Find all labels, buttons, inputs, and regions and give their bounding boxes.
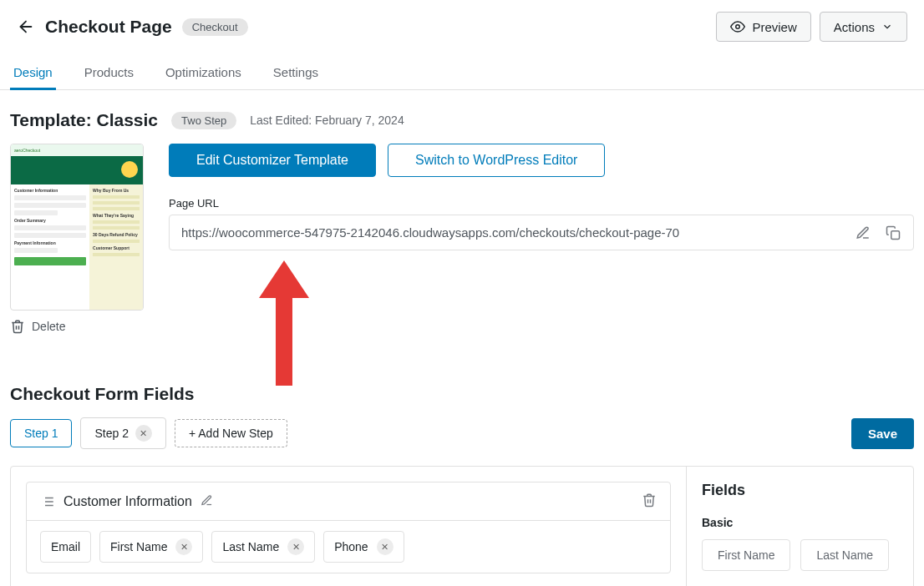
list-icon [40,494,55,509]
delete-label: Delete [32,320,65,333]
copy-url-button[interactable] [878,218,908,248]
form-fields-title: Checkout Form Fields [10,384,914,404]
available-field-firstname[interactable]: First Name [702,539,790,571]
save-button[interactable]: Save [851,418,914,449]
page-url-label: Page URL [169,197,914,210]
page-title: Checkout Page [45,17,172,37]
remove-chip-button[interactable]: ✕ [287,538,304,555]
actions-label: Actions [834,20,875,34]
svg-rect-2 [891,230,900,239]
preview-label: Preview [752,20,796,34]
chip-label: Phone [334,540,368,553]
field-chip-email[interactable]: Email [40,531,91,563]
pencil-icon [201,494,213,507]
field-chip-lastname[interactable]: Last Name ✕ [211,531,315,563]
template-title: Template: Classic [10,110,158,130]
tab-optimizations[interactable]: Optimizations [162,57,245,90]
step-label: Step 2 [94,427,128,440]
customer-information-block: Customer Information Email First Name ✕ [26,482,671,573]
edit-block-button[interactable] [201,494,213,509]
remove-step-button[interactable]: ✕ [135,425,152,442]
last-edited-text: Last Edited: February 7, 2024 [250,114,404,127]
copy-icon [886,225,901,240]
chevron-down-icon [881,21,893,33]
step-tab-2[interactable]: Step 2 ✕ [80,417,165,449]
back-button[interactable] [17,18,35,36]
add-step-button[interactable]: + Add New Step [175,419,287,447]
block-title: Customer Information [63,494,192,509]
step-tab-1[interactable]: Step 1 [10,419,72,447]
pencil-icon [855,225,871,240]
remove-chip-button[interactable]: ✕ [175,538,192,555]
chip-label: First Name [110,540,167,553]
switch-editor-button[interactable]: Switch to WordPress Editor [388,144,605,177]
trash-icon [642,493,657,508]
basic-group-heading: Basic [702,516,898,529]
tab-settings[interactable]: Settings [270,57,322,90]
svg-point-1 [736,25,740,29]
template-thumbnail[interactable]: aeroCheckout Customer Information Order … [10,144,144,311]
field-chip-phone[interactable]: Phone ✕ [323,531,404,563]
preview-button[interactable]: Preview [716,12,810,42]
remove-chip-button[interactable]: ✕ [377,538,393,555]
delete-template-button[interactable]: Delete [10,319,144,334]
tab-products[interactable]: Products [81,57,137,90]
eye-icon [730,19,745,34]
step-label: Step 1 [24,427,58,440]
trash-icon [10,319,25,334]
actions-dropdown[interactable]: Actions [820,12,907,42]
delete-block-button[interactable] [642,493,657,510]
tab-design[interactable]: Design [10,57,56,90]
available-field-lastname[interactable]: Last Name [800,539,889,571]
chip-label: Email [51,540,80,553]
fields-panel-title: Fields [702,482,898,499]
template-step-badge: Two Step [171,112,236,129]
page-url-input[interactable] [170,215,848,250]
page-type-badge: Checkout [182,18,248,36]
chip-label: Last Name [222,540,279,553]
field-chip-firstname[interactable]: First Name ✕ [99,531,203,563]
edit-customizer-button[interactable]: Edit Customizer Template [169,144,376,177]
edit-url-button[interactable] [848,218,878,248]
